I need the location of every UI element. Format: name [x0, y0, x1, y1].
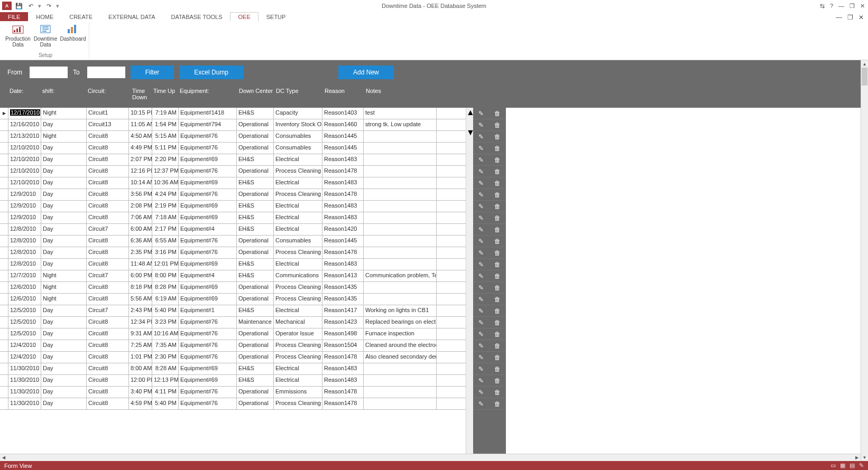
cell-date[interactable]: 12/8/2010 [8, 236, 41, 247]
cell-reason[interactable]: Reason1460 [322, 119, 364, 130]
scroll-up-icon[interactable]: ▲ [861, 60, 868, 68]
cell-down-center[interactable]: Operational [237, 294, 274, 305]
cell-reason[interactable]: Reason1483 [322, 154, 364, 165]
cell-time-up[interactable]: 3:23 PM [152, 317, 179, 328]
cell-dc-type[interactable]: Electrical [274, 177, 322, 189]
cell-equipment[interactable]: Equipment#76 [179, 340, 237, 351]
edit-icon[interactable]: ✎ [478, 296, 484, 303]
tab-create[interactable]: CREATE [61, 12, 100, 21]
cell-equipment[interactable]: Equipment#76 [179, 398, 237, 409]
table-row[interactable]: 12/9/2010DayCircuit82:08 PM2:19 PMEquipm… [0, 201, 473, 212]
table-row[interactable]: 11/30/2010DayCircuit812:00 PM12:13 PMEqu… [0, 375, 473, 387]
cell-time-down[interactable]: 12:34 PM [129, 317, 152, 328]
cell-circuit[interactable]: Circuit8 [87, 154, 129, 165]
edit-icon[interactable]: ✎ [478, 249, 484, 257]
cell-notes[interactable] [364, 375, 437, 386]
cell-dc-type[interactable]: Electrical [274, 259, 322, 270]
cell-notes[interactable] [364, 387, 437, 398]
cell-notes[interactable] [364, 189, 437, 200]
record-selector[interactable] [0, 177, 8, 189]
cell-down-center[interactable]: Operational [237, 236, 274, 247]
cell-circuit[interactable]: Circuit8 [87, 189, 129, 200]
cell-reason[interactable]: Reason1445 [322, 131, 364, 142]
cell-dc-type[interactable]: Consumables [274, 143, 322, 154]
edit-icon[interactable]: ✎ [478, 191, 484, 199]
table-row[interactable]: 12/10/2010DayCircuit812:16 PM12:37 PMEqu… [0, 166, 473, 177]
cell-notes[interactable] [364, 154, 437, 165]
cell-reason[interactable]: Reason1483 [322, 201, 364, 212]
cell-time-down[interactable]: 11:05 AM [129, 119, 152, 130]
cell-time-up[interactable]: 2:17 PM [152, 224, 179, 235]
cell-date[interactable]: 12/4/2010 [8, 352, 41, 363]
cell-date[interactable]: 12/8/2010 [8, 224, 41, 235]
cell-time-up[interactable]: 7:35 AM [152, 340, 179, 351]
doc-close-icon[interactable]: ✕ [858, 14, 864, 21]
cell-date[interactable]: 12/8/2010 [8, 259, 41, 270]
cell-dc-type[interactable]: Electrical [274, 375, 322, 386]
cell-reason[interactable]: Reason1483 [322, 177, 364, 189]
production-data-button[interactable]: Production Data [4, 22, 32, 48]
table-row[interactable]: 12/4/2010DayCircuit87:25 AM7:35 AMEquipm… [0, 340, 473, 352]
delete-icon[interactable]: 🗑 [494, 214, 501, 222]
cell-circuit[interactable]: Circuit8 [87, 201, 129, 212]
undo-icon[interactable]: ↶ [26, 2, 35, 10]
delete-icon[interactable]: 🗑 [494, 261, 501, 268]
cell-dc-type[interactable]: Electrical [274, 212, 322, 223]
cell-notes[interactable] [364, 247, 437, 258]
cell-equipment[interactable]: Equipment#69 [179, 294, 237, 305]
cell-notes[interactable] [364, 398, 437, 409]
cell-circuit[interactable]: Circuit13 [87, 119, 129, 130]
delete-icon[interactable]: 🗑 [494, 377, 501, 384]
cell-shift[interactable]: Night [41, 294, 87, 305]
record-selector[interactable] [0, 352, 8, 363]
cell-reason[interactable]: Reason1498 [322, 328, 364, 340]
cell-time-down[interactable]: 5:56 AM [129, 294, 152, 305]
delete-icon[interactable]: 🗑 [494, 133, 501, 140]
dashboard-button[interactable]: Dashboard [59, 22, 87, 48]
delete-icon[interactable]: 🗑 [494, 156, 501, 164]
record-selector[interactable] [0, 166, 8, 177]
table-row[interactable]: 12/7/2010NightCircuit76:00 PM8:00 PMEqui… [0, 270, 473, 282]
cell-equipment[interactable]: Equipment#69 [179, 375, 237, 386]
cell-reason[interactable]: Reason1417 [322, 305, 364, 316]
cell-time-up[interactable]: 8:00 PM [152, 270, 179, 281]
horizontal-scrollbar[interactable]: ◀ ▶ [0, 454, 861, 461]
cell-time-down[interactable]: 2:35 PM [129, 247, 152, 258]
cell-notes[interactable]: strong tk. Low update [364, 119, 437, 130]
scroll-down-icon[interactable]: ▼ [466, 128, 473, 137]
cell-reason[interactable]: Reason1420 [322, 224, 364, 235]
cell-down-center[interactable]: Operational [237, 131, 274, 142]
delete-icon[interactable]: 🗑 [494, 307, 501, 315]
cell-dc-type[interactable]: Capacity [274, 108, 322, 119]
cell-time-up[interactable]: 6:19 AM [152, 294, 179, 305]
cell-time-up[interactable]: 7:18 AM [152, 212, 179, 223]
cell-equipment[interactable]: Equipment#1418 [179, 108, 237, 119]
cell-time-down[interactable]: 8:18 PM [129, 282, 152, 293]
cell-time-down[interactable]: 3:56 PM [129, 189, 152, 200]
cell-equipment[interactable]: Equipment#69 [179, 259, 237, 270]
delete-icon[interactable]: 🗑 [494, 238, 501, 245]
edit-icon[interactable]: ✎ [478, 156, 484, 164]
cell-down-center[interactable]: EH&S [237, 270, 274, 281]
cell-equipment[interactable]: Equipment#76 [179, 317, 237, 328]
edit-icon[interactable]: ✎ [478, 389, 484, 396]
from-date-input[interactable] [30, 67, 68, 78]
edit-icon[interactable]: ✎ [478, 307, 484, 315]
cell-circuit[interactable]: Circuit7 [87, 270, 129, 281]
record-selector[interactable] [0, 340, 8, 351]
cell-equipment[interactable]: Equipment#76 [179, 189, 237, 200]
cell-circuit[interactable]: Circuit8 [87, 247, 129, 258]
cell-down-center[interactable]: EH&S [237, 177, 274, 189]
cell-circuit[interactable]: Circuit8 [87, 282, 129, 293]
cell-time-up[interactable]: 10:36 AM [152, 177, 179, 189]
edit-icon[interactable]: ✎ [478, 238, 484, 245]
record-selector[interactable] [0, 119, 8, 130]
cell-time-down[interactable]: 9:31 AM [129, 328, 152, 340]
delete-icon[interactable]: 🗑 [494, 272, 501, 280]
cell-equipment[interactable]: Equipment#69 [179, 177, 237, 189]
cell-notes[interactable] [364, 177, 437, 189]
cell-dc-type[interactable]: Consumables [274, 131, 322, 142]
cell-reason[interactable]: Reason1483 [322, 259, 364, 270]
cell-dc-type[interactable]: Process Cleaning [274, 189, 322, 200]
cell-shift[interactable]: Night [41, 282, 87, 293]
